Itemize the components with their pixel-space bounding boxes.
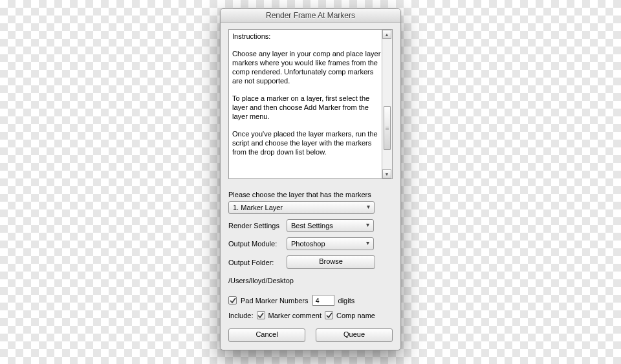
dialog-body: Instructions: Choose any layer in your c… — [221, 23, 400, 350]
output-module-dropdown[interactable]: Photoshop — [287, 237, 374, 250]
instructions-p3: Once you've placed the layer markers, ru… — [232, 129, 381, 156]
pad-digits-unit: digits — [338, 297, 355, 305]
marker-comment-checkbox[interactable] — [257, 311, 265, 319]
instructions-text: Instructions: Choose any layer in your c… — [232, 32, 381, 165]
queue-button[interactable]: Queue — [316, 328, 393, 342]
output-module-value: Photoshop — [291, 240, 325, 248]
scroll-down-button[interactable]: ▼ — [382, 169, 391, 178]
include-label: Include: — [228, 312, 254, 319]
output-folder-path: /Users/lloyd/Desktop — [228, 277, 393, 284]
window-title: Render Frame At Markers — [221, 9, 400, 23]
instructions-heading: Instructions: — [232, 32, 381, 41]
instructions-textarea[interactable]: Instructions: Choose any layer in your c… — [228, 29, 393, 179]
dialog-window: Render Frame At Markers Instructions: Ch… — [220, 8, 401, 350]
layer-dropdown[interactable]: 1. Marker Layer — [228, 201, 375, 214]
check-icon — [326, 312, 332, 319]
pad-marker-checkbox[interactable] — [228, 296, 237, 305]
output-folder-label: Output Folder: — [228, 259, 283, 266]
layer-prompt-label: Please choose the layer that has the mar… — [228, 191, 393, 198]
render-settings-dropdown[interactable]: Best Settings — [287, 219, 374, 232]
instructions-p2: To place a marker on a layer, first sele… — [232, 94, 381, 121]
pad-digits-input[interactable] — [312, 295, 334, 306]
output-module-label: Output Module: — [228, 240, 283, 248]
comp-name-checkbox[interactable] — [325, 311, 333, 319]
scrollbar[interactable]: ▲ ▼ — [382, 30, 392, 178]
layer-dropdown-value: 1. Marker Layer — [233, 204, 283, 211]
render-settings-value: Best Settings — [291, 222, 333, 230]
browse-button[interactable]: Browse — [287, 255, 375, 269]
cancel-button[interactable]: Cancel — [228, 328, 305, 342]
check-icon — [257, 312, 264, 319]
scroll-up-button[interactable]: ▲ — [382, 30, 391, 39]
scroll-thumb[interactable] — [384, 106, 391, 150]
check-icon — [230, 297, 236, 304]
marker-comment-label: Marker comment — [268, 312, 322, 319]
render-settings-label: Render Settings — [228, 222, 283, 230]
instructions-p1: Choose any layer in your comp and place … — [232, 49, 381, 85]
comp-name-label: Comp name — [336, 312, 375, 319]
pad-marker-label: Pad Marker Numbers — [241, 297, 309, 305]
